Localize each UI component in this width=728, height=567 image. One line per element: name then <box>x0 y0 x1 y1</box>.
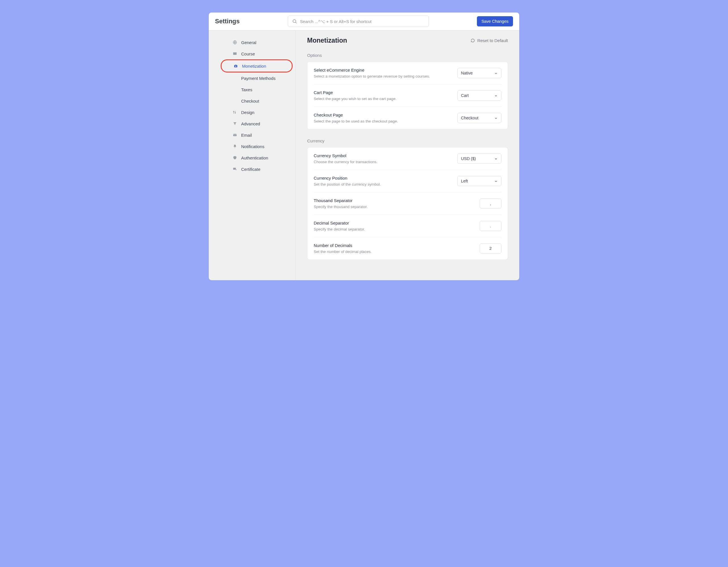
currency-symbol-select[interactable]: USD ($) <box>457 154 501 164</box>
sidebar: General Course Monetization Payment Meth… <box>209 30 296 280</box>
sidebar-item-authentication[interactable]: Authentication <box>226 152 295 164</box>
save-button[interactable]: Save Changes <box>477 16 513 26</box>
row-desc: Select the page to be used as the checko… <box>314 119 398 123</box>
sidebar-item-notifications[interactable]: Notifications <box>226 141 295 152</box>
sidebar-item-label: Email <box>241 133 252 138</box>
row-currency-symbol: Currency Symbol Choose the currency for … <box>314 148 501 170</box>
svg-point-3 <box>235 66 236 67</box>
main: Monetization Reset to Default Options Se… <box>296 30 519 280</box>
reset-to-default[interactable]: Reset to Default <box>471 38 508 43</box>
row-desc: Specify the thousand separator. <box>314 205 368 209</box>
annotation-highlight: Monetization <box>221 59 293 73</box>
select-value: Cart <box>461 93 469 98</box>
row-cart-page: Cart Page Select the page you wish to se… <box>314 84 501 107</box>
shield-icon <box>233 156 237 160</box>
svg-line-1 <box>295 22 296 23</box>
page-title: Settings <box>215 18 240 25</box>
sidebar-item-label: Payment Methods <box>241 76 276 81</box>
row-desc: Set the position of the currency symbol. <box>314 182 381 187</box>
sidebar-item-design[interactable]: Design <box>226 107 295 118</box>
sidebar-item-label: Monetization <box>242 64 266 69</box>
chevron-down-icon <box>494 116 498 120</box>
sidebar-sub-checkout[interactable]: Checkout <box>226 95 295 107</box>
sidebar-item-label: Advanced <box>241 121 260 126</box>
sidebar-item-monetization[interactable]: Monetization <box>227 60 292 72</box>
number-of-decimals-input[interactable] <box>480 243 501 254</box>
sidebar-item-email[interactable]: Email <box>226 129 295 141</box>
svg-point-0 <box>293 20 296 23</box>
row-currency-position: Currency Position Set the position of th… <box>314 170 501 192</box>
main-header: Monetization Reset to Default <box>307 37 508 44</box>
section-label-options: Options <box>307 53 508 58</box>
select-value: Native <box>461 71 473 75</box>
row-text: Select eCommerce Engine Select a monetiz… <box>314 68 430 78</box>
svg-point-5 <box>233 111 234 112</box>
bell-icon <box>233 144 237 149</box>
row-desc: Choose the currency for transactions. <box>314 160 377 164</box>
sidebar-item-advanced[interactable]: Advanced <box>226 118 295 129</box>
row-title: Number of Decimals <box>314 243 372 248</box>
filter-icon <box>233 121 237 126</box>
sidebar-item-general[interactable]: General <box>226 37 295 48</box>
select-value: Checkout <box>461 116 478 120</box>
sidebar-item-certificate[interactable]: Certificate <box>226 164 295 175</box>
camera-icon <box>233 64 238 68</box>
row-desc: Select the page you wish to set as the c… <box>314 97 396 101</box>
sidebar-item-label: Checkout <box>241 99 259 104</box>
decimal-separator-input[interactable] <box>480 221 501 231</box>
chevron-down-icon <box>494 71 498 75</box>
select-value: Left <box>461 179 468 183</box>
row-title: Currency Position <box>314 176 381 181</box>
mail-icon <box>233 133 237 137</box>
thousand-separator-input[interactable] <box>480 198 501 209</box>
svg-rect-8 <box>233 134 237 136</box>
row-desc: Select a monetization option to generate… <box>314 74 430 78</box>
chevron-down-icon <box>494 157 498 160</box>
chevron-down-icon <box>494 179 498 183</box>
certificate-icon <box>233 167 237 171</box>
row-checkout-page: Checkout Page Select the page to be used… <box>314 107 501 129</box>
checkout-page-select[interactable]: Checkout <box>457 113 501 123</box>
sidebar-item-course[interactable]: Course <box>226 48 295 59</box>
row-title: Currency Symbol <box>314 153 377 158</box>
row-thousand-separator: Thousand Separator Specify the thousand … <box>314 192 501 215</box>
settings-window: Settings Save Changes General <box>209 13 519 280</box>
sidebar-item-label: Notifications <box>241 144 264 149</box>
sidebar-item-label: Taxes <box>241 87 252 92</box>
row-title: Cart Page <box>314 90 396 95</box>
row-number-of-decimals: Number of Decimals Set the number of dec… <box>314 237 501 260</box>
row-title: Select eCommerce Engine <box>314 68 430 73</box>
sidebar-item-label: Authentication <box>241 156 268 160</box>
cart-page-select[interactable]: Cart <box>457 90 501 101</box>
search-box[interactable] <box>288 16 429 27</box>
sidebar-item-label: Design <box>241 110 255 115</box>
row-text: Currency Symbol Choose the currency for … <box>314 153 377 164</box>
row-text: Number of Decimals Set the number of dec… <box>314 243 372 254</box>
reset-label: Reset to Default <box>477 38 508 43</box>
row-desc: Set the number of decimal places. <box>314 250 372 254</box>
sidebar-sub-payment-methods[interactable]: Payment Methods <box>226 73 295 84</box>
search-wrap <box>245 16 471 27</box>
search-input[interactable] <box>300 19 425 24</box>
options-card: Select eCommerce Engine Select a monetiz… <box>307 62 508 129</box>
select-value: USD ($) <box>461 156 476 161</box>
chevron-down-icon <box>494 94 498 97</box>
sliders-icon <box>233 110 237 115</box>
refresh-icon <box>471 38 475 43</box>
section-label-currency: Currency <box>307 138 508 143</box>
svg-point-7 <box>235 113 236 113</box>
row-text: Currency Position Set the position of th… <box>314 176 381 187</box>
topbar: Settings Save Changes <box>209 13 519 30</box>
sidebar-sub-taxes[interactable]: Taxes <box>226 84 295 95</box>
currency-position-select[interactable]: Left <box>457 176 501 186</box>
sidebar-item-label: Certificate <box>241 167 260 172</box>
currency-card: Currency Symbol Choose the currency for … <box>307 147 508 260</box>
row-text: Checkout Page Select the page to be used… <box>314 113 398 123</box>
ecommerce-engine-select[interactable]: Native <box>457 68 501 78</box>
body: General Course Monetization Payment Meth… <box>209 30 519 280</box>
section-title: Monetization <box>307 37 347 44</box>
sidebar-item-label: Course <box>241 51 255 56</box>
sidebar-item-label: General <box>241 40 256 45</box>
globe-icon <box>233 40 237 45</box>
row-title: Thousand Separator <box>314 198 368 203</box>
